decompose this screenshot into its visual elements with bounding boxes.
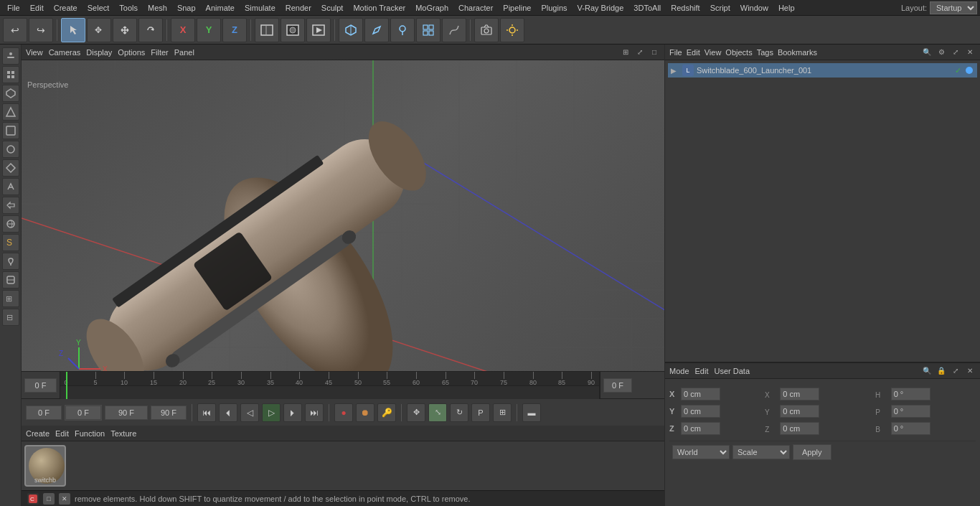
viewport-menu-display[interactable]: Display [86,48,112,57]
sidebar-tool-13[interactable] [2,271,19,289]
transform-scale-btn[interactable]: ⤡ [428,403,447,422]
redo-button[interactable]: ↪ [29,18,53,42]
viewport-menu-view[interactable]: View [26,48,43,57]
menu-script[interactable]: Script [706,2,735,14]
undo-button[interactable]: ↩ [3,18,27,42]
attr-menu-userdata[interactable]: User Data [715,367,750,375]
obj-vis-green[interactable]: ✓ [955,66,961,75]
viewport-fullscreen-icon[interactable]: □ [649,47,660,58]
obj-menu-bookmarks[interactable]: Bookmarks [778,48,817,57]
attr-menu-mode[interactable]: Mode [669,367,689,375]
goto-end-button[interactable]: ⏭ [305,403,324,422]
sidebar-tool-9[interactable] [2,197,19,214]
obj-vis-dot[interactable] [964,65,974,75]
menu-mograph[interactable]: MoGraph [411,2,453,14]
menu-plugins[interactable]: Plugins [537,2,571,14]
attr-menu-edit[interactable]: Edit [695,367,709,375]
menu-select[interactable]: Select [83,2,114,14]
menu-create[interactable]: Create [50,2,82,14]
sidebar-tool-15[interactable]: ⊟ [2,309,19,326]
obj-expand-arrow[interactable]: ▶ [671,67,679,75]
sidebar-tool-2[interactable] [2,66,19,83]
mat-menu-edit[interactable]: Edit [55,429,69,438]
mat-menu-function[interactable]: Function [75,429,105,438]
obj-menu-tags[interactable]: Tags [757,48,773,57]
apply-button[interactable]: Apply [793,444,831,460]
menu-pipeline[interactable]: Pipeline [499,2,535,14]
move-tool-button[interactable]: ✥ [87,18,111,42]
render-button[interactable] [306,18,331,42]
obj-settings-icon[interactable]: ⚙ [936,47,947,58]
sidebar-tool-1[interactable] [2,47,19,65]
status-icon-window[interactable]: □ [43,493,55,505]
coord-x2[interactable] [780,388,819,400]
viewport-menu-cameras[interactable]: Cameras [49,48,81,57]
light-button[interactable] [500,18,524,42]
menu-3dtoall[interactable]: 3DToAll [629,2,665,14]
obj-menu-view[interactable]: View [705,48,722,57]
sidebar-tool-8[interactable] [2,178,19,195]
menu-character[interactable]: Character [454,2,497,14]
obj-menu-file[interactable]: File [669,48,682,57]
layout-dropdown[interactable]: Startup [930,1,977,14]
status-icon-cinema[interactable]: C [27,493,39,505]
attr-expand-icon[interactable]: ⤢ [950,365,961,377]
film-format-btn[interactable]: ▬ [522,403,541,422]
menu-snap[interactable]: Snap [173,2,200,14]
obj-close-icon[interactable]: ✕ [964,47,976,58]
menu-tools[interactable]: Tools [115,2,142,14]
menu-vray[interactable]: V-Ray Bridge [573,2,628,14]
coord-p[interactable] [891,405,930,418]
obj-search-icon[interactable]: 🔍 [921,47,933,58]
playback-frame-min[interactable] [65,406,101,420]
attr-lock-icon[interactable]: 🔒 [936,365,947,377]
coord-h[interactable] [891,388,930,400]
array-button[interactable] [416,18,440,42]
playback-start-frame[interactable] [26,406,62,420]
sculpt-brush-button[interactable] [390,18,415,42]
axis-z-button[interactable]: Z [222,18,247,42]
attr-search-icon[interactable]: 🔍 [921,365,933,377]
pen-tool-button[interactable] [364,18,389,42]
menu-file[interactable]: File [3,2,24,14]
scale-tool-button[interactable] [113,18,137,42]
select-tool-button[interactable] [61,18,85,42]
status-icon-close[interactable]: ✕ [59,493,70,505]
menu-mesh[interactable]: Mesh [143,2,171,14]
coord-y-pos[interactable] [681,405,720,418]
playback-frame-end2[interactable] [151,406,187,420]
timeline-end-frame[interactable] [603,378,632,393]
coord-b[interactable] [891,422,930,435]
obj-expand-icon[interactable]: ⤢ [950,47,961,58]
key-button[interactable]: 🔑 [377,403,396,422]
viewport-menu-panel[interactable]: Panel [174,48,194,57]
axis-x-button[interactable]: X [171,18,195,42]
menu-sculpt[interactable]: Sculpt [317,2,348,14]
menu-help[interactable]: Help [774,2,799,14]
timeline-ruler[interactable]: 051015202530354045505560657075808590 [60,372,600,399]
menu-window[interactable]: Window [736,2,773,14]
menu-render[interactable]: Render [281,2,316,14]
menu-simulate[interactable]: Simulate [240,2,280,14]
sidebar-tool-7[interactable] [2,159,19,177]
play-forward-button[interactable]: ▷ [262,403,281,422]
attr-close-icon[interactable]: ✕ [964,365,976,377]
next-frame-button[interactable]: ⏵ [283,403,302,422]
mat-menu-texture[interactable]: Texture [110,429,136,438]
transform-rotate-btn[interactable]: ↻ [450,403,468,422]
rotate-tool-button[interactable] [138,18,163,42]
mat-menu-create[interactable]: Create [26,429,50,438]
sidebar-tool-11[interactable]: S [2,234,19,251]
sidebar-tool-14[interactable]: ⊞ [2,290,19,307]
camera-button[interactable] [474,18,499,42]
obj-menu-edit[interactable]: Edit [687,48,700,57]
viewport-expand-icon[interactable]: ⤢ [634,47,646,58]
scale-dropdown[interactable]: Scale [732,445,790,459]
prev-frame-button[interactable]: ⏴ [219,403,237,422]
record-button[interactable]: ● [334,403,353,422]
cube-object-button[interactable] [339,18,363,42]
render-view-button[interactable] [281,18,305,42]
transform-grid-btn[interactable]: ⊞ [493,403,512,422]
coord-x-pos[interactable] [681,388,720,400]
coord-z-pos[interactable] [681,422,720,435]
